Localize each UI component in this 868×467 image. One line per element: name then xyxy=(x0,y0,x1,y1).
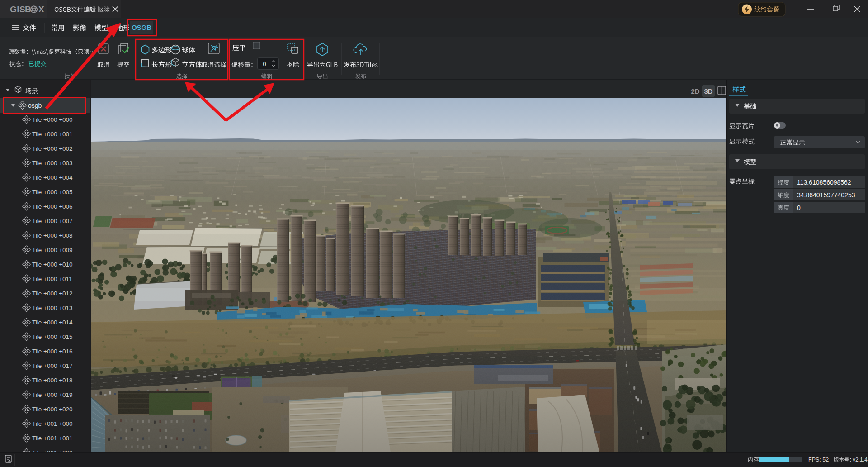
svg-text:34.86401597740253: 34.86401597740253 xyxy=(797,191,855,199)
svg-text:Tile +000 +017: Tile +000 +017 xyxy=(32,362,73,369)
svg-text:0: 0 xyxy=(797,204,801,211)
svg-text:X: X xyxy=(38,5,44,14)
svg-text:GIS: GIS xyxy=(10,5,25,14)
svg-text:Tile +000 +007: Tile +000 +007 xyxy=(32,218,73,224)
svg-text:Tile +000 +004: Tile +000 +004 xyxy=(32,174,73,181)
svg-text:Tile +000 +000: Tile +000 +000 xyxy=(32,116,73,123)
svg-text:0: 0 xyxy=(263,61,266,67)
svg-text:Tile +000 +006: Tile +000 +006 xyxy=(32,203,73,210)
svg-text:v2.1.4: v2.1.4 xyxy=(853,457,868,463)
svg-text:Tile +000 +005: Tile +000 +005 xyxy=(32,189,73,195)
svg-text:OSGB: OSGB xyxy=(132,24,151,31)
svg-text:Tile +000 +018: Tile +000 +018 xyxy=(32,377,73,384)
svg-text:3D: 3D xyxy=(704,87,712,95)
svg-text:113.610856098562: 113.610856098562 xyxy=(797,179,851,186)
svg-text:Tile +000 +009: Tile +000 +009 xyxy=(32,247,73,253)
svg-text:Tile +000 +014: Tile +000 +014 xyxy=(32,319,73,326)
svg-text:Tile +000 +020: Tile +000 +020 xyxy=(32,406,73,413)
svg-text:Tile +000 +010: Tile +000 +010 xyxy=(32,261,73,268)
svg-text:Tile +000 +016: Tile +000 +016 xyxy=(32,348,73,355)
svg-text:B: B xyxy=(25,5,31,14)
svg-text:Tile +001 +001: Tile +001 +001 xyxy=(32,435,73,442)
svg-text:Tile +000 +001: Tile +000 +001 xyxy=(32,131,73,138)
svg-text:Tile +000 +015: Tile +000 +015 xyxy=(32,334,73,340)
svg-text:Tile +000 +008: Tile +000 +008 xyxy=(32,232,73,239)
svg-text:Tile +000 +019: Tile +000 +019 xyxy=(32,391,73,398)
svg-text:FPS: 52: FPS: 52 xyxy=(808,457,829,463)
svg-text:Tile +000 +002: Tile +000 +002 xyxy=(32,145,73,152)
svg-text:2D: 2D xyxy=(691,87,699,95)
svg-text:Tile +000 +012: Tile +000 +012 xyxy=(32,290,73,297)
svg-text:Tile +000 +003: Tile +000 +003 xyxy=(32,160,73,167)
svg-text:osgb: osgb xyxy=(28,102,42,109)
svg-text:Tile +000 +013: Tile +000 +013 xyxy=(32,305,73,311)
svg-text:Tile +000 +011: Tile +000 +011 xyxy=(32,276,72,282)
svg-text:Tile +001 +000: Tile +001 +000 xyxy=(32,420,73,427)
